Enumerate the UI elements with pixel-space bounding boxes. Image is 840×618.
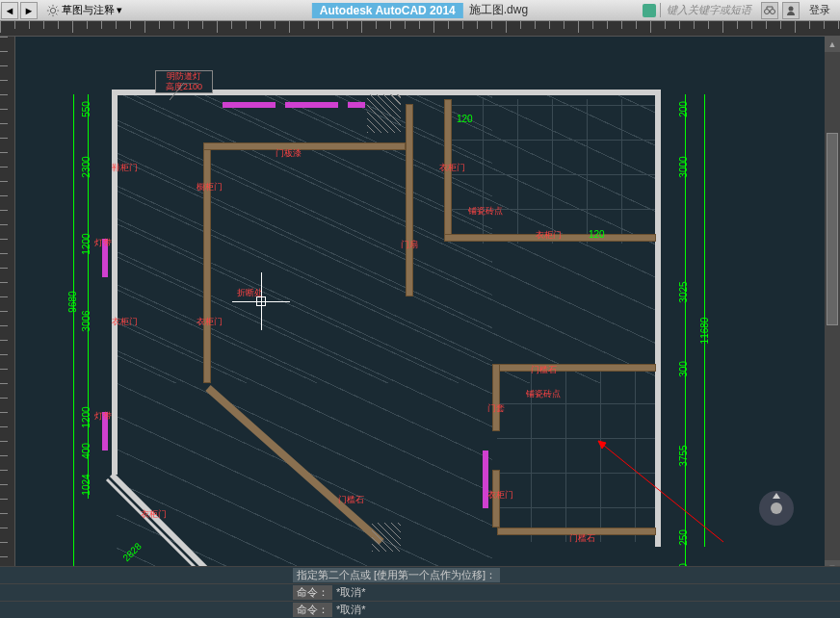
label: 衣柜门 — [487, 489, 513, 502]
svg-point-2 — [771, 9, 775, 13]
user-icon[interactable] — [782, 2, 800, 19]
label: 门槛石 — [531, 364, 557, 376]
wall — [112, 90, 118, 475]
scroll-up-icon[interactable]: ▲ — [825, 37, 840, 52]
magenta-bar — [348, 102, 365, 108]
label: 灯带 — [94, 237, 112, 249]
partition — [203, 142, 211, 383]
svg-point-0 — [50, 8, 55, 13]
file-name: 施工图.dwg — [469, 2, 528, 18]
tile-grid — [449, 99, 656, 244]
workspace-label: 草图与注释 — [62, 3, 115, 17]
label: 橱柜门 — [197, 181, 223, 193]
label: 铺瓷砖点 — [468, 205, 503, 218]
dim-value: 2300 — [81, 156, 92, 177]
prompt-label: 命令： — [293, 603, 332, 617]
hatch-area — [367, 94, 401, 133]
command-text: *取消* — [336, 585, 366, 600]
dim-value: 120 — [457, 114, 473, 124]
label: 鞋柜门 — [112, 162, 138, 174]
svg-point-1 — [765, 9, 770, 13]
dim-value: 400 — [81, 443, 92, 459]
partition — [406, 104, 413, 296]
svg-point-5 — [771, 502, 782, 514]
view-cube[interactable] — [757, 489, 796, 528]
label: 门扇 — [401, 239, 418, 251]
label: 衣柜门 — [439, 162, 465, 174]
label: 门套 — [487, 402, 505, 415]
nav-back-button[interactable]: ◄ — [1, 2, 18, 19]
label: 铺瓷砖点 — [526, 388, 561, 400]
command-line[interactable]: 指定第二个点或 [使用第一个点作为位移]： 命令： *取消* 命令： *取消* — [0, 566, 840, 618]
magenta-bar — [285, 102, 338, 108]
nav-fwd-button[interactable]: ► — [20, 2, 38, 19]
workspace-selector[interactable]: 草图与注释 ▾ — [42, 3, 126, 17]
label: 衣柜门 — [536, 229, 562, 242]
app-title: Autodesk AutoCAD 2014 施工图.dwg — [312, 2, 528, 18]
play-icon[interactable] — [643, 4, 656, 17]
magenta-bar — [223, 102, 276, 108]
label: 门槛石 — [338, 494, 364, 506]
dim-value: 11680 — [699, 318, 710, 345]
dim-value: 3025 — [678, 281, 689, 302]
dim-value: 200 — [678, 101, 689, 117]
scroll-thumb[interactable] — [827, 133, 838, 325]
command-hint: 指定第二个点或 [使用第一个点作为位移]： — [293, 568, 500, 582]
dim-value: 3006 — [81, 310, 92, 331]
dim-value: 1024 — [81, 474, 92, 495]
label: 衣柜门 — [112, 316, 138, 328]
ruler-vertical — [0, 37, 15, 576]
label: 衣柜门 — [197, 316, 223, 328]
label: 衣柜门 — [141, 508, 167, 521]
dim-value: 1200 — [81, 233, 92, 254]
dim-line — [88, 94, 89, 499]
dim-value: 3000 — [678, 156, 689, 177]
dim-value: 300 — [678, 361, 689, 377]
leader-line — [170, 83, 198, 102]
label: 折断处 — [237, 287, 263, 299]
binoculars-icon[interactable] — [761, 2, 778, 19]
partition — [492, 364, 500, 431]
command-text: *取消* — [336, 603, 366, 617]
svg-point-3 — [789, 6, 794, 11]
annotation-arrow — [589, 431, 728, 547]
ruler-horizontal — [0, 21, 840, 37]
dim-value: 1200 — [81, 406, 92, 427]
dim-line — [73, 94, 74, 576]
title-bar: ◄ ► 草图与注释 ▾ Autodesk AutoCAD 2014 施工图.dw… — [0, 0, 840, 21]
dim-value: 9680 — [67, 291, 78, 312]
dropdown-icon: ▾ — [117, 4, 122, 16]
partition — [492, 364, 656, 372]
drawing-canvas[interactable]: 明防道灯 高度2100 550 2300 1200 3006 1200 400 … — [15, 37, 840, 576]
scrollbar-vertical[interactable]: ▲ ▼ — [825, 37, 840, 576]
label: 门板漆 — [276, 147, 302, 160]
dim-value: 550 — [81, 101, 92, 117]
gear-icon — [46, 4, 60, 17]
hatch-area — [372, 523, 401, 552]
search-input[interactable]: 键入关键字或短语 — [660, 3, 757, 17]
partition — [203, 142, 406, 150]
app-name: Autodesk AutoCAD 2014 — [312, 3, 463, 18]
partition-diagonal — [198, 378, 391, 552]
dim-value: 120 — [589, 229, 605, 240]
login-button[interactable]: 登录 — [803, 3, 836, 17]
label: 灯带 — [94, 410, 112, 423]
prompt-label: 命令： — [293, 585, 332, 600]
